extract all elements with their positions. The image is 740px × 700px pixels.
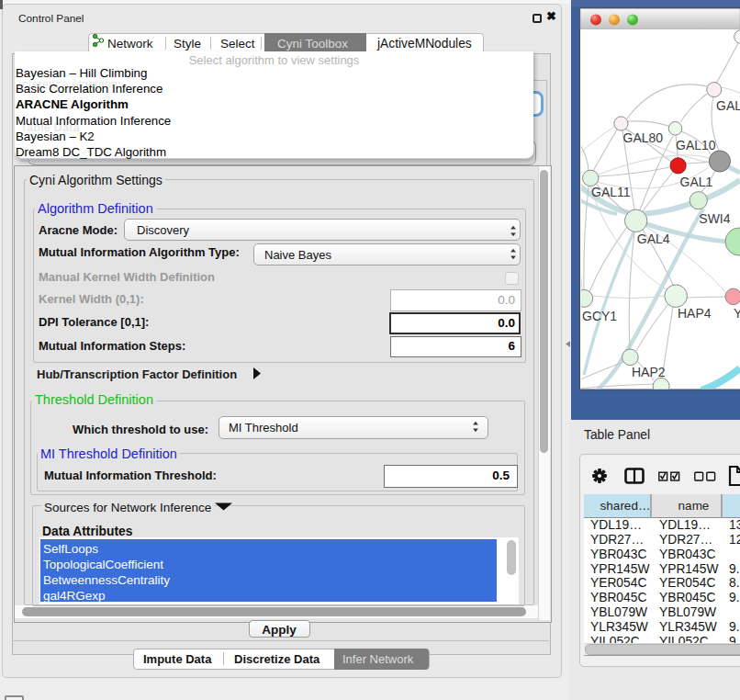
svg-text:GCY1: GCY1 [582,309,617,323]
svg-text:GAL4: GAL4 [637,231,670,246]
svg-text:GAL10: GAL10 [676,138,716,152]
svg-text:GAL1: GAL1 [680,175,713,189]
svg-text:GAL11: GAL11 [591,185,631,199]
svg-text:Y: Y [734,306,740,321]
svg-text:GAL7: GAL7 [716,98,740,113]
svg-text:GAL80: GAL80 [623,130,664,145]
svg-text:HAP4: HAP4 [678,306,712,321]
svg-text:SWI4: SWI4 [699,211,730,226]
svg-text:HAP2: HAP2 [632,365,666,379]
